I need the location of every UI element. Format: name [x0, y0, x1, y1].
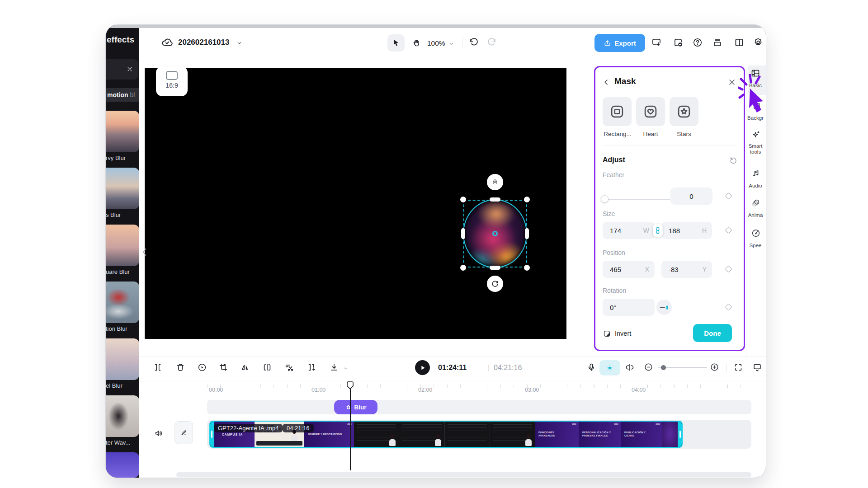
invert-label[interactable]: Invert [615, 330, 631, 337]
mask-selection[interactable] [463, 200, 527, 267]
size-height-input[interactable]: 188H [661, 222, 712, 239]
ruler-ticks[interactable] [207, 385, 751, 388]
mask-shape-heart[interactable] [636, 97, 665, 126]
mask-shape-stars[interactable] [670, 97, 698, 126]
zoom-chevron-down-icon[interactable] [448, 41, 455, 49]
resize-handle-sw[interactable] [460, 265, 466, 271]
speed-icon[interactable] [751, 228, 761, 240]
search-term-chip[interactable]: motion bl [106, 88, 139, 102]
split-clip-icon[interactable] [153, 362, 163, 374]
rail-item-audio[interactable]: Audio [745, 183, 766, 189]
undo-icon[interactable] [468, 37, 479, 50]
animation-icon[interactable] [751, 198, 761, 210]
rotation-input[interactable]: 0° [603, 299, 655, 316]
mask-center-point[interactable] [492, 231, 498, 236]
close-icon[interactable] [727, 78, 736, 89]
split-panel-icon[interactable] [734, 37, 745, 50]
select-tool-button[interactable] [387, 34, 405, 52]
feather-value-input[interactable]: 0 [670, 188, 712, 205]
effect-thumbnail[interactable] [106, 338, 139, 380]
timeline-scrollbar[interactable] [176, 472, 751, 477]
done-button[interactable]: Done [693, 324, 732, 342]
effect-track-lane[interactable] [207, 400, 751, 414]
effect-thumbnail[interactable] [106, 225, 139, 266]
smart-tools-icon[interactable] [751, 130, 761, 141]
smart-feature-button-active[interactable] [599, 360, 620, 375]
effects-search-input[interactable] [106, 59, 138, 80]
video-clip[interactable]: CAMPUS IA Convierte dudas clínicas en bú… [209, 421, 683, 448]
track-audio-icon[interactable] [154, 428, 164, 440]
rotation-keyframe-icon[interactable] [725, 304, 732, 311]
resize-handle-n[interactable] [490, 197, 500, 202]
settings-gear-icon[interactable] [753, 37, 764, 50]
resize-handle-se[interactable] [524, 265, 530, 271]
effect-thumbnail[interactable] [106, 111, 139, 152]
edit-cover-button[interactable] [175, 421, 193, 444]
blur-effect-clip[interactable]: Blur [334, 400, 377, 414]
feather-slider[interactable] [603, 199, 670, 200]
smart-split-icon[interactable] [307, 362, 316, 374]
help-icon[interactable] [692, 37, 703, 50]
rail-item-smart-tools[interactable]: Smart tools [745, 143, 766, 155]
back-chevron-icon[interactable] [602, 78, 611, 89]
position-keyframe-icon[interactable] [725, 266, 732, 273]
fullscreen-icon[interactable] [733, 362, 743, 374]
rail-item-animation[interactable]: Anima [745, 212, 766, 218]
adjust-clip-icon[interactable] [625, 362, 635, 374]
preview-display-icon[interactable] [752, 362, 762, 374]
flip-horizontal-icon[interactable] [240, 362, 250, 374]
mask-rotate-button[interactable] [487, 276, 503, 292]
resize-handle-ne[interactable] [524, 197, 530, 202]
resize-handle-s[interactable] [490, 266, 500, 270]
feather-slider-handle[interactable] [601, 195, 609, 203]
position-y-input[interactable]: -83Y [661, 261, 712, 278]
effect-thumbnail[interactable] [106, 395, 139, 437]
play-button[interactable] [415, 360, 430, 375]
reset-icon[interactable] [728, 156, 737, 167]
crop-icon[interactable] [218, 362, 228, 374]
hand-tool-button[interactable] [408, 34, 425, 52]
rotation-dial[interactable] [656, 300, 672, 315]
resize-handle-w[interactable] [461, 228, 465, 239]
zoom-in-icon[interactable] [710, 362, 719, 374]
mask-shape-rectangle[interactable] [603, 97, 632, 126]
collapse-panel-chevron[interactable] [141, 247, 148, 259]
size-width-input[interactable]: 174W [603, 222, 655, 239]
timeline-zoom-handle[interactable] [661, 365, 666, 370]
invert-icon[interactable] [603, 329, 611, 340]
delete-icon[interactable] [175, 362, 185, 374]
project-chevron-down-icon[interactable] [236, 40, 243, 48]
stack-menu-icon[interactable] [712, 37, 723, 50]
aspect-ratio-badge[interactable]: 16:9 [156, 66, 188, 96]
extract-audio-icon[interactable] [284, 362, 294, 374]
screen-export-icon[interactable] [651, 37, 662, 50]
replay-speed-icon[interactable] [197, 362, 207, 374]
download-icon[interactable] [329, 362, 339, 374]
effect-thumbnail[interactable] [106, 452, 139, 478]
device-check-icon[interactable] [673, 37, 684, 50]
preview-canvas[interactable]: 16:9 [145, 68, 566, 339]
redo-icon[interactable] [486, 37, 497, 50]
feather-keyframe-icon[interactable] [725, 192, 732, 200]
clip-trim-handle-right[interactable] [678, 421, 683, 448]
zoom-level[interactable]: 100% [427, 39, 445, 47]
export-button[interactable]: Export [594, 34, 645, 52]
effect-thumbnail[interactable] [106, 282, 139, 323]
resize-handle-nw[interactable] [460, 197, 466, 202]
clip-trim-handle-left[interactable] [209, 421, 214, 448]
download-chevron-icon[interactable] [343, 365, 349, 373]
microphone-icon[interactable] [586, 362, 596, 374]
size-keyframe-icon[interactable] [725, 227, 732, 234]
resize-handle-e[interactable] [525, 228, 529, 239]
mask-feather-handle-button[interactable] [487, 174, 503, 190]
playhead-line[interactable] [350, 389, 351, 470]
position-x-input[interactable]: 465X [603, 261, 655, 278]
audio-icon[interactable] [751, 169, 761, 180]
mirror-freeze-icon[interactable] [262, 362, 272, 374]
clear-search-icon[interactable] [126, 66, 133, 75]
effect-thumbnail[interactable] [106, 168, 139, 209]
zoom-out-icon[interactable] [644, 362, 653, 374]
link-dimensions-icon[interactable] [653, 224, 663, 237]
project-title[interactable]: 202602161013 [178, 38, 229, 47]
rail-item-speed[interactable]: Spee [745, 243, 766, 249]
